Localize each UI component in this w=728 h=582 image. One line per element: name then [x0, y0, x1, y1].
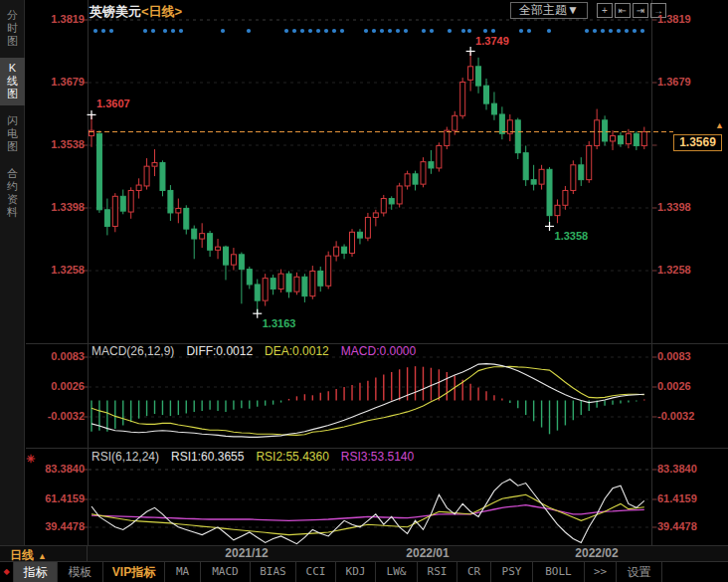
candle[interactable]: [310, 271, 315, 295]
candle[interactable]: [271, 279, 275, 290]
toolbar-tab-more[interactable]: >>: [585, 562, 617, 582]
candle[interactable]: [247, 270, 252, 285]
candle[interactable]: [104, 210, 109, 227]
candle[interactable]: [176, 208, 181, 213]
candle[interactable]: [286, 274, 291, 291]
candle[interactable]: [453, 115, 457, 130]
toolbar-tab-indicator[interactable]: 指标: [14, 562, 58, 582]
candle[interactable]: [397, 186, 402, 204]
candle[interactable]: [342, 247, 347, 253]
price-axis-label: 1.3398: [657, 201, 717, 213]
candle[interactable]: [326, 256, 331, 286]
candle[interactable]: [144, 166, 149, 186]
compress-right-icon[interactable]: ⇥: [633, 3, 648, 18]
candle[interactable]: [294, 277, 299, 291]
candle[interactable]: [365, 217, 370, 238]
candle[interactable]: [90, 130, 94, 135]
candle[interactable]: [468, 67, 473, 81]
candle[interactable]: [278, 274, 283, 289]
candle[interactable]: [200, 234, 205, 239]
candle[interactable]: [555, 205, 560, 215]
toolbar-tab-boll[interactable]: BOLL: [533, 562, 585, 582]
candle[interactable]: [437, 145, 442, 168]
candle[interactable]: [334, 247, 339, 256]
candle[interactable]: [571, 165, 576, 191]
sidebar-tab-contract-info[interactable]: 合约资料: [0, 163, 25, 224]
candle[interactable]: [429, 162, 434, 168]
candle[interactable]: [302, 277, 307, 295]
signal-dot: [519, 29, 523, 33]
candle[interactable]: [136, 185, 141, 190]
candle[interactable]: [223, 247, 228, 265]
toolbar-tab-kdj[interactable]: KDJ: [336, 562, 376, 582]
toolbar-tab-cci[interactable]: CCI: [296, 562, 336, 582]
candle[interactable]: [160, 163, 165, 191]
toolbar-tab-template[interactable]: 模板: [58, 562, 103, 582]
toolbar-tab-cr[interactable]: CR: [457, 562, 491, 582]
toolbar-tab-settings[interactable]: 设置: [617, 562, 662, 582]
candle[interactable]: [531, 180, 536, 185]
period-selector[interactable]: 日线▲: [0, 546, 88, 561]
candle[interactable]: [152, 163, 157, 167]
candle[interactable]: [263, 279, 268, 301]
candle[interactable]: [216, 247, 221, 250]
chart-canvas[interactable]: 1.36071.31631.37491.3358: [0, 0, 728, 582]
toolbar-tab-psy[interactable]: PSY: [491, 562, 533, 582]
candle[interactable]: [515, 120, 520, 153]
candle[interactable]: [112, 196, 117, 226]
sidebar-tab-lightning-chart[interactable]: 闪电图: [0, 110, 25, 158]
candle[interactable]: [634, 133, 638, 145]
candle[interactable]: [373, 213, 378, 218]
candle[interactable]: [120, 196, 125, 211]
signal-dot: [292, 29, 296, 33]
theme-dropdown-button[interactable]: 全部主题▼: [510, 2, 588, 19]
candle[interactable]: [491, 103, 496, 114]
candle[interactable]: [539, 169, 544, 184]
candle[interactable]: [405, 174, 410, 186]
candle[interactable]: [168, 190, 173, 213]
sidebar-tab-kline-chart[interactable]: K线图: [0, 58, 25, 105]
toolbar-tab-bias[interactable]: BIAS: [251, 562, 296, 582]
candle[interactable]: [96, 133, 101, 210]
candle[interactable]: [357, 232, 362, 238]
candle[interactable]: [389, 199, 394, 204]
candle[interactable]: [184, 208, 189, 229]
candle[interactable]: [523, 153, 528, 180]
toolbar-tab-lwr[interactable]: LW&: [376, 562, 418, 582]
candle[interactable]: [350, 232, 355, 253]
candle[interactable]: [626, 133, 631, 143]
candle[interactable]: [499, 114, 504, 133]
candle[interactable]: [587, 145, 592, 179]
candle[interactable]: [476, 67, 481, 86]
candle[interactable]: [421, 162, 426, 185]
candle[interactable]: [239, 255, 244, 270]
candle[interactable]: [547, 169, 552, 215]
candle[interactable]: [595, 120, 600, 146]
candle[interactable]: [445, 130, 450, 145]
toolbar-tab-vip-indicator[interactable]: VIP指标: [103, 562, 165, 582]
candle[interactable]: [128, 190, 133, 212]
crosshair-icon[interactable]: +: [597, 3, 613, 18]
macd-axis-label: 0.0083: [657, 350, 717, 362]
compress-left-icon[interactable]: ⇤: [615, 3, 631, 18]
candle[interactable]: [618, 136, 623, 144]
candle[interactable]: [579, 165, 584, 180]
candle[interactable]: [603, 120, 608, 141]
candle[interactable]: [460, 83, 465, 116]
candle[interactable]: [611, 136, 616, 141]
candle[interactable]: [255, 285, 260, 300]
toolbar-marker-icon: ◆: [0, 562, 14, 582]
candle[interactable]: [484, 86, 489, 103]
candle[interactable]: [208, 234, 213, 251]
sidebar-tab-time-chart[interactable]: 分时图: [0, 5, 25, 53]
candle[interactable]: [563, 190, 568, 205]
candle[interactable]: [413, 174, 418, 184]
candle[interactable]: [381, 199, 386, 213]
candle[interactable]: [641, 132, 646, 146]
toolbar-tab-rsi[interactable]: RSI: [418, 562, 457, 582]
toolbar-tab-macd[interactable]: MACD: [201, 562, 251, 582]
candle[interactable]: [231, 255, 236, 265]
toolbar-tab-ma[interactable]: MA: [165, 562, 201, 582]
candle[interactable]: [192, 229, 197, 239]
candle[interactable]: [318, 271, 323, 286]
